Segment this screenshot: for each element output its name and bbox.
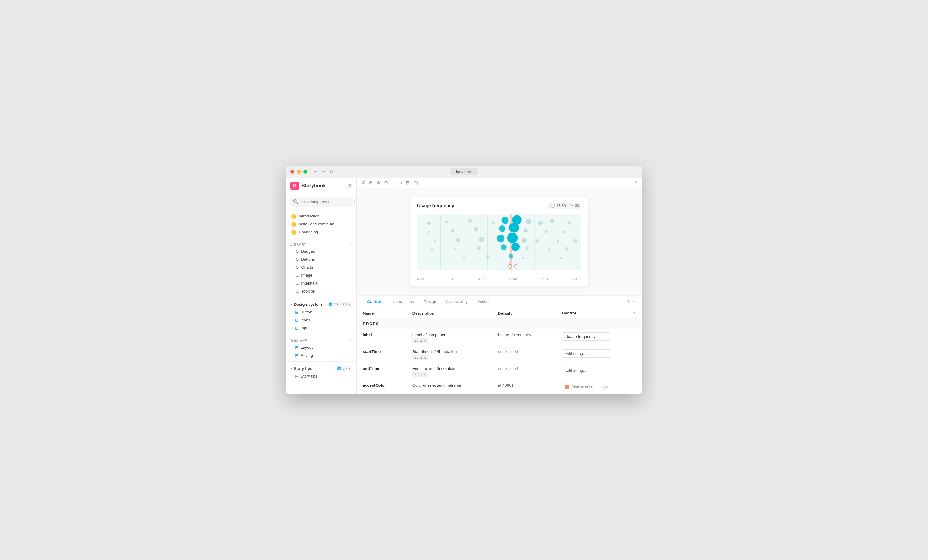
sidebar-label-input: Input (301, 326, 310, 330)
tab-design[interactable]: Design (420, 296, 440, 308)
doc-icon-changelog: 🟡 (291, 230, 296, 235)
svg-point-31 (522, 238, 527, 243)
svg-point-44 (463, 257, 465, 259)
svg-point-25 (562, 230, 566, 234)
sidebar-item-introduction[interactable]: 🟡 Introduction (286, 212, 356, 220)
endtime-control-input[interactable] (562, 366, 611, 374)
color-picker[interactable]: Choose color... </> (562, 383, 611, 391)
sidebar-item-icons[interactable]: › ⊞ Icons (286, 316, 356, 324)
nav-buttons: ← → ↻ (313, 169, 333, 174)
svg-point-24 (544, 230, 548, 233)
prop-default-accentcolor: #FA8961 (492, 380, 556, 394)
sidebar-item-input[interactable]: › ⊞ Input (286, 324, 356, 332)
sidebar-item-story-tips[interactable]: › ⊞ Story tips (286, 372, 356, 380)
search-box[interactable]: 🔍 / (290, 197, 353, 207)
label-control-input[interactable] (562, 333, 611, 341)
sidebar-item-tooltips[interactable]: › 🗂 Tooltips (286, 287, 356, 295)
viewport-icon[interactable]: ▭ (397, 180, 402, 186)
sidebar-label-icons: Icons (301, 318, 310, 322)
web-app-label: WEB APP (290, 339, 307, 342)
design-system-label: Design system (294, 302, 322, 307)
web-app-toggle[interactable]: ▲ (349, 339, 352, 342)
tab-interactions[interactable]: Interactions (389, 296, 418, 308)
sidebar-item-interstitial[interactable]: › 🗂 Interstitial (286, 279, 356, 287)
reload-icon[interactable]: ↻ (330, 169, 333, 174)
svg-point-47 (522, 257, 524, 259)
sidebar-nav: 🟡 Introduction 🟡 Install and configure 🟡… (286, 210, 356, 383)
ds-chevron-down-icon[interactable]: ▾ (348, 302, 350, 307)
sidebar-item-charts[interactable]: › 🗂 Charts (286, 264, 356, 272)
zoom-reset-icon[interactable]: ⊙ (384, 180, 388, 186)
toolbar: ↺ ⊖ ⊕ ⊙ ▭ ⊞ ▢ ↗ (357, 178, 642, 188)
divider-4 (286, 361, 356, 362)
url-bar[interactable]: localhost (450, 168, 478, 175)
web-app-section-header: WEB APP ▲ (286, 336, 356, 343)
chart-time-label: 13:30 – 14:30 (557, 204, 579, 208)
folder-icon-tooltips: 🗂 (295, 289, 299, 294)
sidebar-item-image[interactable]: › 🗂 Image (286, 272, 356, 279)
sidebar-item-pricing[interactable]: › ⊞ Pricing (286, 351, 356, 359)
close-button[interactable] (290, 169, 295, 174)
prop-default-starttime: undefined (492, 346, 556, 363)
color-swatch (565, 385, 569, 389)
folder-icon-image: 🗂 (295, 273, 299, 278)
external-link-icon[interactable]: ↗ (633, 180, 638, 186)
svg-point-37 (476, 246, 481, 250)
table-row: endTime End time in 24h notation string … (357, 363, 642, 380)
zoom-out-icon[interactable]: ⊖ (369, 180, 372, 186)
svg-point-38 (501, 244, 507, 250)
reload-toolbar-icon[interactable]: ↺ (361, 180, 365, 186)
ds-chevron-icon[interactable]: ▾ (290, 303, 292, 306)
st-chevron-icon[interactable]: ▾ (290, 367, 292, 370)
frame-icon[interactable]: ▢ (414, 180, 418, 186)
folder-icon-badges: 🗂 (295, 249, 299, 254)
sidebar-item-buttons[interactable]: › 🗂 Buttons (286, 255, 356, 264)
svg-point-20 (473, 227, 478, 231)
forward-icon[interactable]: → (321, 169, 326, 174)
svg-point-8 (427, 221, 430, 225)
reset-icon[interactable]: ↺ (632, 311, 636, 316)
folder-icon-pricing: ⊞ (295, 353, 299, 358)
chevron-icon: › (292, 346, 293, 349)
sidebar-item-button[interactable]: › ⊞ Button (286, 308, 356, 316)
chart-time-range: 🕐 13:30 – 14:30 (548, 203, 582, 209)
starttime-control-input[interactable] (562, 349, 611, 358)
folder-icon-button: ⊞ (295, 310, 299, 315)
minimize-button[interactable] (297, 169, 301, 174)
sidebar-item-layout[interactable]: › ⊞ Layout (286, 343, 356, 351)
split-view-icon[interactable]: ⧉ (627, 299, 630, 304)
chart-body: 0:00 4:00 8:00 12:00 16:00 20:00 (417, 213, 582, 281)
svg-point-11 (492, 221, 495, 224)
chevron-icon: › (292, 290, 293, 293)
svg-point-30 (507, 232, 517, 243)
sidebar-item-changelog[interactable]: 🟡 Changelog (286, 228, 356, 236)
svg-point-18 (427, 230, 430, 234)
library-toggle[interactable]: ▲ (349, 243, 352, 246)
sidebar-label-install: Install and configure (299, 222, 334, 226)
settings-icon[interactable]: ⚙ (348, 183, 352, 189)
back-icon[interactable]: ← (313, 169, 318, 174)
tab-actions[interactable]: Actions (473, 296, 495, 308)
maximize-button[interactable] (303, 169, 307, 174)
prop-name-label: label (357, 330, 406, 346)
sidebar-item-install[interactable]: 🟡 Install and configure (286, 220, 356, 228)
search-icon: 🔍 (293, 199, 299, 205)
svg-point-15 (538, 221, 542, 226)
storybook-logo-icon: S (290, 182, 299, 190)
search-input[interactable] (301, 200, 353, 204)
st-chevron-down-icon[interactable]: ▾ (348, 366, 350, 371)
svg-point-43 (440, 258, 442, 259)
sidebar-logo: S Storybook (290, 182, 326, 190)
story-tips-header: ▾ Story tips 🌐 0.7 ▾ (286, 363, 356, 372)
prop-control-accentcolor[interactable]: Choose color... </> (556, 380, 642, 394)
svg-point-28 (479, 237, 484, 242)
sidebar-item-badges[interactable]: › 🗂 Badges (286, 247, 356, 255)
tab-controls[interactable]: Controls (363, 296, 388, 308)
zoom-in-icon[interactable]: ⊕ (376, 180, 380, 186)
grid-icon[interactable]: ⊞ (406, 180, 410, 186)
sidebar-label-layout: Layout (301, 345, 313, 349)
app-window: ← → ↻ localhost S Storybook ⚙ 🔍 / (286, 166, 642, 395)
tab-accessibility[interactable]: Accessibility (442, 296, 472, 308)
close-panel-icon[interactable]: ✕ (632, 299, 636, 304)
folder-icon-story-tips: ⊞ (295, 374, 299, 379)
